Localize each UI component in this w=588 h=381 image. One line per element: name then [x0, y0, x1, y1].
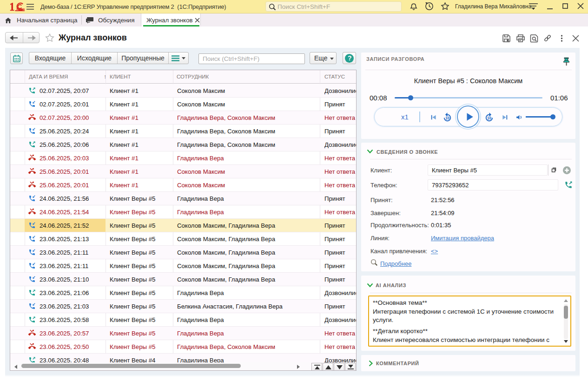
svg-text:10: 10 — [445, 116, 450, 120]
svg-text:10: 10 — [487, 116, 492, 120]
